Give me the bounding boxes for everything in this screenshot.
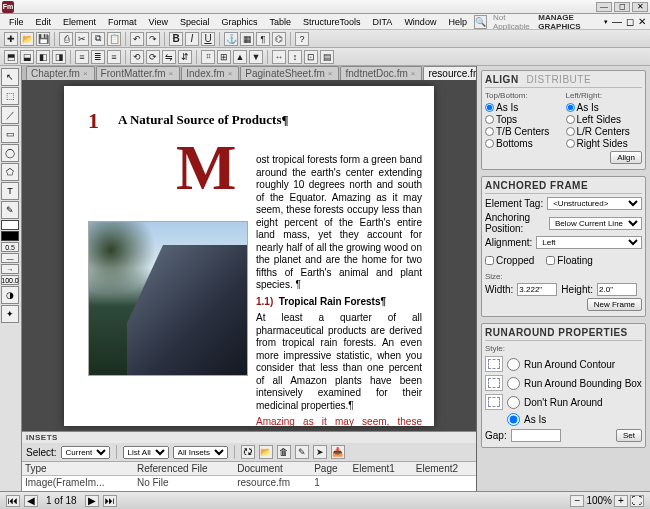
first-page-button[interactable]: ⏮ xyxy=(6,495,20,507)
tb2-rotate-r-icon[interactable]: ⟳ xyxy=(146,50,160,64)
oval-tool-icon[interactable]: ◯ xyxy=(1,144,19,162)
underline-icon[interactable]: U xyxy=(201,32,215,46)
tb2-align-r-icon[interactable]: ≡ xyxy=(107,50,121,64)
align-tab[interactable]: ALIGN xyxy=(485,74,519,85)
tb2-3-icon[interactable]: ◧ xyxy=(36,50,50,64)
tab-close-icon[interactable]: × xyxy=(328,69,333,78)
minimize-button[interactable]: — xyxy=(596,2,612,12)
select-tool-icon[interactable]: ⬚ xyxy=(1,87,19,105)
color-tool-icon[interactable]: ◑ xyxy=(1,286,19,304)
col-elem2[interactable]: Element2 xyxy=(413,462,476,476)
zoom-fit-button[interactable]: ⛶ xyxy=(630,495,644,507)
zoom-in-button[interactable]: + xyxy=(614,495,628,507)
opacity-100[interactable]: 100.0 xyxy=(1,275,19,285)
col-type[interactable]: Type xyxy=(22,462,134,476)
cropped-checkbox[interactable]: Cropped xyxy=(485,255,534,266)
tb2-dist-v-icon[interactable]: ↕ xyxy=(288,50,302,64)
run-contour-option[interactable]: Run Around Contour xyxy=(485,356,642,372)
run-bbox-option[interactable]: Run Around Bounding Box xyxy=(485,375,642,391)
close-button[interactable]: ✕ xyxy=(632,2,648,12)
col-reffile[interactable]: Referenced File xyxy=(134,462,234,476)
tb2-rotate-l-icon[interactable]: ⟲ xyxy=(130,50,144,64)
line-tool-icon[interactable]: ／ xyxy=(1,106,19,124)
col-doc[interactable]: Document xyxy=(234,462,311,476)
gap-input[interactable] xyxy=(511,429,561,442)
tb2-4-icon[interactable]: ◨ xyxy=(52,50,66,64)
tab-chapter[interactable]: Chapter.fm× xyxy=(26,66,95,80)
stroke-swatch[interactable] xyxy=(1,231,19,241)
tab-close-icon[interactable]: × xyxy=(83,69,88,78)
tab-paginate[interactable]: PaginateSheet.fm× xyxy=(240,66,339,80)
insets-open-icon[interactable]: 📂 xyxy=(259,445,273,459)
tb-bottoms-radio[interactable]: Bottoms xyxy=(485,138,562,149)
menu-dita[interactable]: DITA xyxy=(368,16,398,28)
lr-left-radio[interactable]: Left Sides xyxy=(566,114,643,125)
manage-graphics-label[interactable]: MANAGE GRAPHICS xyxy=(538,13,600,31)
tab-fndtnet[interactable]: fndtnetDoc.fm× xyxy=(340,66,422,80)
open-icon[interactable]: 📂 xyxy=(20,32,34,46)
insets-delete-icon[interactable]: 🗑 xyxy=(277,445,291,459)
menu-table[interactable]: Table xyxy=(264,16,296,28)
run-asis-option[interactable]: As Is xyxy=(485,413,642,426)
tb2-2-icon[interactable]: ⬓ xyxy=(20,50,34,64)
linestyle-icon[interactable]: — xyxy=(1,253,19,263)
page-canvas[interactable]: 1 A Natural Source of Products M ost tro… xyxy=(64,86,434,426)
tb2-front-icon[interactable]: ▲ xyxy=(233,50,247,64)
freehand-tool-icon[interactable]: ✎ xyxy=(1,201,19,219)
menu-special[interactable]: Special xyxy=(175,16,215,28)
element-tag-select[interactable]: <Unstructured> xyxy=(547,197,642,210)
eyedrop-tool-icon[interactable]: ✦ xyxy=(1,305,19,323)
tb2-flip-h-icon[interactable]: ⇋ xyxy=(162,50,176,64)
tb2-snap-icon[interactable]: ⊡ xyxy=(304,50,318,64)
zoom-out-button[interactable]: − xyxy=(570,495,584,507)
menu-view[interactable]: View xyxy=(144,16,173,28)
lineend-icon[interactable]: → xyxy=(1,264,19,274)
panel-min-button[interactable]: — xyxy=(612,16,622,27)
tab-resource[interactable]: resource.fm× xyxy=(423,66,476,80)
lineweight-05[interactable]: 0.5 xyxy=(1,242,19,252)
anchored-image[interactable] xyxy=(88,221,248,376)
tab-index[interactable]: Index.fm× xyxy=(181,66,239,80)
menu-structuretools[interactable]: StructureTools xyxy=(298,16,366,28)
listall-dropdown[interactable]: List All xyxy=(123,446,169,459)
maximize-button[interactable]: ◻ xyxy=(614,2,630,12)
align-button[interactable]: Align xyxy=(610,151,642,164)
tb2-align-c-icon[interactable]: ≣ xyxy=(91,50,105,64)
bold-icon[interactable]: B xyxy=(169,32,183,46)
cut-icon[interactable]: ✂ xyxy=(75,32,89,46)
tb2-align-l-icon[interactable]: ≡ xyxy=(75,50,89,64)
fill-swatch[interactable] xyxy=(1,220,19,230)
tab-frontmatter[interactable]: FrontMatter.fm× xyxy=(96,66,181,80)
help-icon[interactable]: ? xyxy=(295,32,309,46)
menu-format[interactable]: Format xyxy=(103,16,142,28)
page-view[interactable]: 1 A Natural Source of Products M ost tro… xyxy=(22,80,476,431)
tb2-1-icon[interactable]: ⬒ xyxy=(4,50,18,64)
prev-page-button[interactable]: ◀ xyxy=(24,495,38,507)
floating-checkbox[interactable]: Floating xyxy=(546,255,593,266)
lr-centers-radio[interactable]: L/R Centers xyxy=(566,126,643,137)
text-tool-icon[interactable]: T xyxy=(1,182,19,200)
col-elem1[interactable]: Element1 xyxy=(350,462,413,476)
menu-window[interactable]: Window xyxy=(399,16,441,28)
allinsets-dropdown[interactable]: All Insets xyxy=(173,446,228,459)
tb-asis-radio[interactable]: As Is xyxy=(485,102,562,113)
next-page-button[interactable]: ▶ xyxy=(85,495,99,507)
tb2-ungroup-icon[interactable]: ⊞ xyxy=(217,50,231,64)
tb2-flip-v-icon[interactable]: ⇵ xyxy=(178,50,192,64)
menu-graphics[interactable]: Graphics xyxy=(216,16,262,28)
run-none-option[interactable]: Don't Run Around xyxy=(485,394,642,410)
rect-tool-icon[interactable]: ▭ xyxy=(1,125,19,143)
tb2-dist-h-icon[interactable]: ↔ xyxy=(272,50,286,64)
col-page[interactable]: Page xyxy=(311,462,349,476)
tb-centers-radio[interactable]: T/B Centers xyxy=(485,126,562,137)
tb2-back-icon[interactable]: ▼ xyxy=(249,50,263,64)
body-text-column[interactable]: ost tropical forests form a green band a… xyxy=(256,154,422,426)
table-icon[interactable]: ▦ xyxy=(240,32,254,46)
set-button[interactable]: Set xyxy=(616,429,642,442)
tab-close-icon[interactable]: × xyxy=(411,69,416,78)
italic-icon[interactable]: I xyxy=(185,32,199,46)
select-dropdown[interactable]: Current xyxy=(61,446,110,459)
lr-asis-radio[interactable]: As Is xyxy=(566,102,643,113)
tb2-grid-icon[interactable]: ▤ xyxy=(320,50,334,64)
tab-close-icon[interactable]: × xyxy=(228,69,233,78)
